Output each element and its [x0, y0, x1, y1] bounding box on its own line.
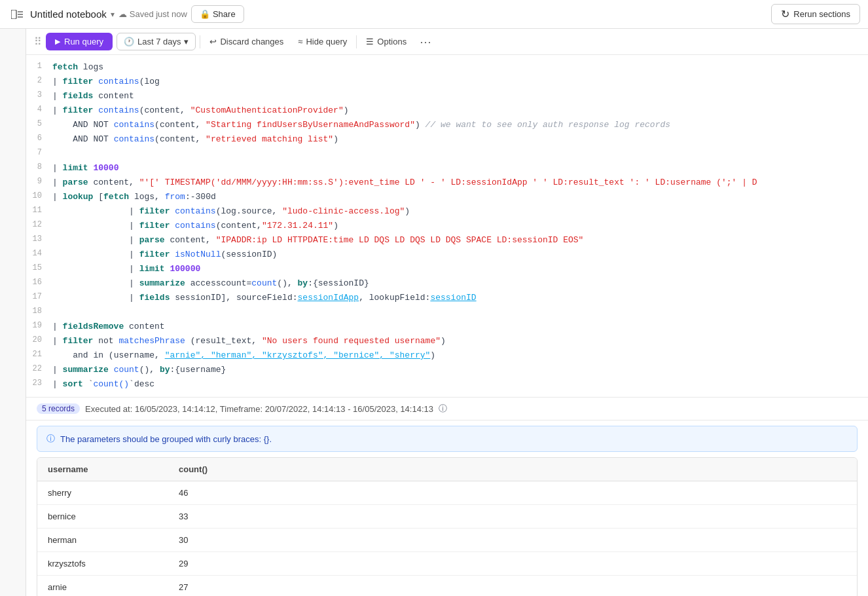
col-header-count[interactable]: count(): [168, 458, 299, 481]
records-count-badge: 5 records: [37, 403, 80, 414]
code-line-10: 10 | lookup [fetch logs, from:-300d: [26, 190, 868, 204]
warning-banner: ⓘ The parameters should be grouped with …: [37, 426, 858, 452]
time-range-label: Last 7 days: [137, 37, 181, 47]
code-line-18: 18: [26, 305, 868, 320]
results-table-body: sherry 46 bernice 33 herman 30 krzysztof…: [37, 481, 857, 597]
executed-at-label: Executed at: 16/05/2023, 14:14:12, Timef…: [85, 404, 433, 414]
code-line-8: 8 | limit 10000: [26, 161, 868, 176]
notebook-title: Untitled notebook: [30, 9, 107, 20]
svg-rect-0: [11, 10, 16, 19]
sidebar-strip: [0, 29, 26, 596]
notebook-title-chevron-icon[interactable]: ▾: [111, 10, 115, 19]
results-table-wrap: username count() sherry 46 bernice 33 he…: [37, 457, 858, 596]
run-query-label: Run query: [64, 37, 103, 47]
discard-icon: ↩: [209, 37, 217, 47]
table-row[interactable]: bernice 33: [37, 505, 857, 529]
results-meta: 5 records Executed at: 16/05/2023, 14:14…: [26, 398, 868, 420]
code-line-20: 20 | filter not matchesPhrase (result_te…: [26, 334, 868, 348]
cell-rest: [299, 576, 857, 597]
results-info-icon[interactable]: ⓘ: [439, 403, 447, 415]
saved-status: ☁ Saved just now: [118, 9, 187, 19]
topbar-left: Untitled notebook ▾ ☁ Saved just now 🔒 S…: [8, 5, 766, 24]
results-table: username count() sherry 46 bernice 33 he…: [37, 458, 857, 596]
share-button[interactable]: 🔒 Share: [191, 5, 244, 23]
sidebar-toggle-button[interactable]: [8, 5, 26, 24]
rerun-label: Rerun sections: [793, 9, 850, 19]
table-row[interactable]: arnie 27: [37, 576, 857, 597]
code-editor[interactable]: 1 fetch logs 2 | filter contains(log 3 |…: [26, 55, 868, 398]
cell-count: 33: [168, 505, 299, 529]
results-area: 5 records Executed at: 16/05/2023, 14:14…: [26, 398, 868, 596]
code-line-12: 12 | filter contains(content,"172.31.24.…: [26, 219, 868, 233]
cell-username: herman: [37, 529, 168, 552]
cell-username: bernice: [37, 505, 168, 529]
cell-username: krzysztofs: [37, 552, 168, 576]
rerun-sections-button[interactable]: ↻ Rerun sections: [771, 4, 860, 24]
main-area: ⠿ ▶ Run query 🕐 Last 7 days ▾ ↩ Discard …: [0, 29, 868, 596]
cell-rest: [299, 481, 857, 505]
code-line-19: 19 | fieldsRemove content: [26, 320, 868, 334]
saved-label: Saved just now: [130, 9, 187, 19]
rerun-icon: ↻: [781, 8, 789, 20]
toolbar-separator-2: [356, 35, 357, 48]
results-table-header: username count(): [37, 458, 857, 481]
code-line-1: 1 fetch logs: [26, 60, 868, 75]
cell-count: 29: [168, 552, 299, 576]
code-line-16: 16 | summarize accesscount=count(), by:{…: [26, 276, 868, 291]
warning-message: The parameters should be grouped with cu…: [60, 434, 272, 444]
query-toolbar: ⠿ ▶ Run query 🕐 Last 7 days ▾ ↩ Discard …: [26, 29, 868, 55]
cell-count: 46: [168, 481, 299, 505]
code-line-13: 13 | parse content, "IPADDR:ip LD HTTPDA…: [26, 233, 868, 248]
table-row[interactable]: herman 30: [37, 529, 857, 552]
table-row[interactable]: sherry 46: [37, 481, 857, 505]
cell-username: arnie: [37, 576, 168, 597]
code-line-14: 14 | filter isNotNull(sessionID): [26, 248, 868, 262]
hide-query-button[interactable]: ≈ Hide query: [293, 33, 352, 50]
cell-rest: [299, 552, 857, 576]
code-line-22: 22 | summarize count(), by:{username}: [26, 363, 868, 377]
cell-rest: [299, 505, 857, 529]
code-line-3: 3 | fields content: [26, 89, 868, 103]
code-line-6: 6 AND NOT contains(content, "retrieved m…: [26, 132, 868, 147]
code-line-2: 2 | filter contains(log: [26, 75, 868, 89]
play-icon: ▶: [55, 37, 60, 46]
cell-username: sherry: [37, 481, 168, 505]
toolbar-separator-1: [200, 35, 200, 48]
table-row[interactable]: krzysztofs 29: [37, 552, 857, 576]
discard-changes-button[interactable]: ↩ Discard changes: [204, 33, 289, 50]
run-query-button[interactable]: ▶ Run query: [46, 33, 113, 50]
code-line-11: 11 | filter contains(log.source, "ludo-c…: [26, 204, 868, 219]
col-header-rest: [299, 458, 857, 481]
hide-label: Hide query: [306, 37, 347, 47]
warning-icon: ⓘ: [46, 433, 55, 445]
cell-count: 30: [168, 529, 299, 552]
code-line-9: 9 | parse content, "'[' TIMESTAMP('dd/MM…: [26, 176, 868, 190]
col-header-username[interactable]: username: [37, 458, 168, 481]
query-cell: ⠿ ▶ Run query 🕐 Last 7 days ▾ ↩ Discard …: [26, 29, 868, 596]
code-line-21: 21 and in (username, "arnie", "herman", …: [26, 348, 868, 363]
lock-icon: 🔒: [200, 9, 210, 19]
code-line-23: 23 | sort `count()`desc: [26, 377, 868, 392]
table-header-row: username count(): [37, 458, 857, 481]
share-label: Share: [213, 9, 236, 19]
options-icon: ☰: [366, 37, 374, 47]
cell-rest: [299, 529, 857, 552]
cloud-icon: ☁: [118, 9, 127, 19]
topbar: Untitled notebook ▾ ☁ Saved just now 🔒 S…: [0, 0, 868, 29]
time-range-chevron-icon: ▾: [184, 37, 189, 47]
more-options-button[interactable]: ⋯: [416, 33, 435, 50]
time-range-button[interactable]: 🕐 Last 7 days ▾: [117, 33, 196, 50]
cell-count: 27: [168, 576, 299, 597]
hide-icon: ≈: [298, 37, 302, 47]
options-button[interactable]: ☰ Options: [361, 33, 412, 50]
drag-handle-icon[interactable]: ⠿: [34, 35, 42, 48]
clock-icon: 🕐: [124, 37, 134, 47]
code-line-4: 4 | filter contains(content, "CustomAuth…: [26, 103, 868, 118]
options-label: Options: [377, 37, 407, 47]
discard-label: Discard changes: [220, 37, 283, 47]
code-line-17: 17 | fields sessionID], sourceField:sess…: [26, 291, 868, 305]
code-line-5: 5 AND NOT contains(content, "Starting fi…: [26, 118, 868, 132]
code-line-7: 7: [26, 147, 868, 161]
code-line-15: 15 | limit 100000: [26, 262, 868, 276]
